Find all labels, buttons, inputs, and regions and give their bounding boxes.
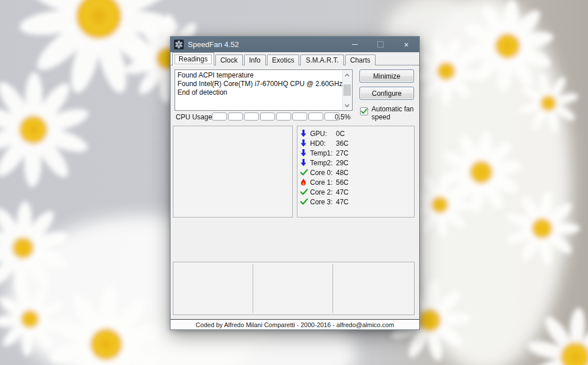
minimize-icon — [352, 44, 358, 45]
log-line: Found ACPI temperature — [177, 71, 341, 80]
down-arrow-icon — [300, 130, 310, 137]
temp-value: 0C — [336, 130, 345, 138]
automatic-fan-speed-checkbox[interactable] — [360, 107, 368, 115]
status-bar: Coded by Alfredo Milani Comparetti - 200… — [171, 319, 419, 329]
cpu-usage-label: CPU Usage — [176, 113, 212, 121]
temp-label: Core 3: — [310, 198, 336, 206]
tab-smart[interactable]: S.M.A.R.T. — [300, 55, 343, 65]
temp-row: Core 2:47C — [297, 187, 414, 197]
down-arrow-icon — [300, 139, 310, 147]
detection-log[interactable]: Found ACPI temperature Found Intel(R) Co… — [175, 69, 353, 111]
cpu-usage-value: 0.5% — [335, 113, 350, 121]
column-divider — [253, 264, 253, 313]
tab-exotics[interactable]: Exotics — [267, 55, 300, 65]
minimize-button[interactable]: Minimize — [359, 69, 414, 83]
tab-charts[interactable]: Charts — [345, 55, 376, 65]
temp-value: 27C — [336, 149, 349, 157]
check-icon — [300, 189, 310, 195]
maximize-window-button[interactable] — [368, 37, 393, 52]
check-icon — [300, 199, 310, 205]
speedfan-window: SpeedFan 4.52 × ReadingsClockInfoExotics… — [170, 36, 420, 330]
close-icon: × — [404, 41, 408, 49]
temp-label: HD0: — [310, 139, 336, 147]
cpu-usage-segment — [260, 112, 275, 121]
log-line: Found Intel(R) Core(TM) i7-6700HQ CPU @ … — [177, 80, 341, 88]
automatic-fan-speed-control: Automatic fan speed — [360, 105, 417, 121]
check-icon — [361, 108, 368, 114]
status-text: Coded by Alfredo Milani Comparetti - 200… — [196, 321, 394, 328]
log-scrollbar[interactable] — [342, 71, 351, 110]
fan-speeds-panel — [173, 126, 293, 218]
automatic-fan-speed-label: Automatic fan speed — [372, 105, 417, 121]
temp-row: HD0:36C — [297, 138, 414, 148]
scrollbar-thumb[interactable] — [343, 84, 351, 96]
flame-icon — [300, 178, 310, 186]
configure-button[interactable]: Configure — [359, 87, 414, 100]
scroll-down-icon[interactable] — [343, 101, 351, 110]
temp-label: Temp2: — [310, 159, 336, 167]
tab-clock[interactable]: Clock — [215, 55, 243, 65]
window-title: SpeedFan 4.52 — [188, 40, 342, 49]
down-arrow-icon — [300, 159, 310, 166]
temp-row: Core 1:56C — [297, 177, 414, 187]
temp-value: 56C — [336, 178, 349, 187]
fan-icon — [174, 40, 184, 49]
cpu-usage-segment — [244, 112, 259, 121]
temp-value: 36C — [336, 139, 349, 147]
cpu-usage-segments — [212, 112, 339, 121]
temperatures-panel: GPU:0C HD0:36C Temp1:27C Temp2:29C Core … — [297, 126, 415, 218]
title-bar[interactable]: SpeedFan 4.52 × — [171, 37, 419, 52]
tab-info[interactable]: Info — [244, 55, 266, 65]
temp-row: GPU:0C — [297, 129, 414, 138]
log-line: End of detection — [177, 88, 341, 97]
voltages-panel — [173, 262, 415, 315]
temp-row: Temp1:27C — [297, 148, 414, 158]
temp-value: 29C — [336, 159, 349, 167]
temp-row: Temp2:29C — [297, 158, 414, 168]
temp-value: 47C — [336, 198, 349, 206]
temp-value: 48C — [336, 169, 349, 177]
temp-label: Temp1: — [310, 149, 336, 157]
temp-label: Core 2: — [310, 188, 336, 196]
temp-row: Core 3:47C — [297, 197, 414, 207]
scroll-up-icon[interactable] — [343, 71, 351, 79]
column-divider — [332, 264, 333, 313]
cpu-usage-segment — [308, 112, 323, 121]
cpu-usage-segment — [292, 112, 307, 121]
temp-row: Core 0:48C — [297, 168, 414, 177]
temp-label: Core 0: — [310, 169, 336, 177]
tab-readings[interactable]: Readings — [172, 52, 214, 65]
minimize-window-button[interactable] — [342, 37, 368, 52]
cpu-usage-segment — [212, 112, 227, 121]
down-arrow-icon — [300, 149, 310, 157]
maximize-icon — [377, 41, 384, 48]
temp-label: GPU: — [310, 130, 336, 138]
temp-label: Core 1: — [310, 178, 336, 187]
check-icon — [300, 169, 310, 176]
close-window-button[interactable]: × — [393, 37, 419, 52]
temp-value: 47C — [336, 188, 349, 196]
cpu-usage-segment — [276, 112, 291, 121]
tab-strip: ReadingsClockInfoExoticsS.M.A.R.T.Charts — [171, 52, 419, 65]
cpu-usage-segment — [228, 112, 243, 121]
